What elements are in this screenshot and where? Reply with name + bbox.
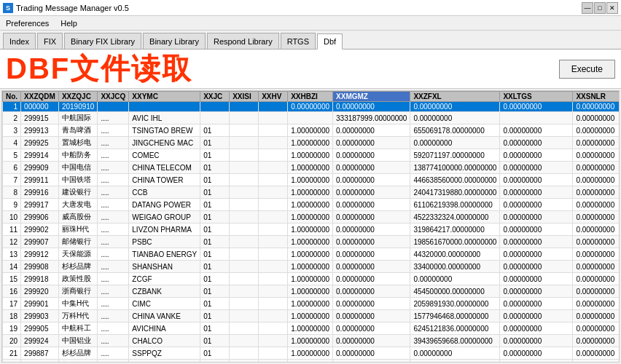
table-row[interactable]: 8299916建设银行....CCB011.000000000.00000000… <box>3 186 620 199</box>
minimize-button[interactable]: — <box>582 2 593 14</box>
table-row[interactable]: 18299903万科H代....CHINA VANKE011.000000000… <box>3 310 620 323</box>
table-row[interactable]: 17299901中集H代....CIMC011.000000000.000000… <box>3 298 620 310</box>
table-row[interactable]: 13299912天保能源....TIANBAO ENERGY011.000000… <box>3 248 620 261</box>
tab-respond-library[interactable]: Respond Library <box>207 33 279 49</box>
table-row[interactable]: 20299924中国铝业....CHALCO011.000000000.0000… <box>3 335 620 347</box>
col-xxltgs: XXLTGS <box>500 92 573 102</box>
close-button[interactable]: ✕ <box>606 2 618 14</box>
table-row[interactable]: 3299913青岛啤酒....TSINGTAO BREW011.00000000… <box>3 124 620 137</box>
table-row[interactable]: 10299906威高股份....WEIGAO GROUP011.00000000… <box>3 211 620 223</box>
app-icon: S <box>3 3 13 13</box>
data-table-container[interactable]: No. XXZQDM XXZQJC XXJCQ XXYMC XXJC XXISI… <box>1 90 620 363</box>
table-row[interactable]: 21299887杉杉品牌....SSPPQZ011.000000000.0000… <box>3 347 620 360</box>
col-xxjc: XXJC <box>200 92 230 102</box>
col-xxymc: XXYMC <box>129 92 200 102</box>
col-xxsnlr: XXSNLR <box>573 92 620 102</box>
menu-preferences[interactable]: Preferences <box>3 17 52 29</box>
tab-binary-fix-library[interactable]: Binary FIX Library <box>64 33 141 49</box>
table-row[interactable]: 15299918政策性股....ZCGF011.000000000.000000… <box>3 273 620 285</box>
col-xxmgmz: XXMGMZ <box>333 92 410 102</box>
col-xxzfxl: XXZFXL <box>410 92 500 102</box>
tab-index[interactable]: Index <box>3 33 36 49</box>
table-row[interactable]: 11299902丽珠H代....LIVZON PHARMA011.0000000… <box>3 223 620 236</box>
table-row[interactable]: 22299884邮储银行....YCYHQZ011.000000000.0000… <box>3 360 620 363</box>
table-row[interactable]: 19299905中航科工....AVICHINA011.000000000.00… <box>3 323 620 335</box>
col-xxisi: XXISI <box>230 92 259 102</box>
col-xxjcq: XXJCQ <box>98 92 129 102</box>
table-row[interactable]: 2299915中航国际....AVIC IHL333187999.0000000… <box>3 112 620 124</box>
table-row[interactable]: 14299908杉杉品牌....SHANSHAN011.000000000.00… <box>3 261 620 273</box>
col-no: No. <box>3 92 21 102</box>
tab-binary-library[interactable]: Binary Library <box>143 33 206 49</box>
data-table: No. XXZQDM XXZQJC XXJCQ XXYMC XXJC XXISI… <box>2 91 620 363</box>
page-title: DBF文件读取 <box>6 49 192 89</box>
table-row[interactable]: 9299917大唐发电....DATANG POWER011.000000000… <box>3 199 620 211</box>
table-row[interactable]: 4299925置城杉电....JINGCHENG MAC011.00000000… <box>3 137 620 149</box>
table-row[interactable]: 12299907邮储银行....PSBC011.000000000.000000… <box>3 236 620 248</box>
col-xxzqjc: XXZQJC <box>58 92 98 102</box>
tabs-area: Index FIX Binary FIX Library Binary Libr… <box>0 31 621 50</box>
table-row[interactable]: 6299909中国电信....CHINA TELECOM011.00000000… <box>3 162 620 174</box>
menu-bar: Preferences Help <box>0 16 621 31</box>
col-xxhv: XXHV <box>259 92 288 102</box>
window-title: Trading Message Manager v0.5 <box>16 4 129 12</box>
table-row[interactable]: 1000000201909100.000000000.000000000.000… <box>3 102 620 112</box>
maximize-button[interactable]: □ <box>594 2 606 14</box>
col-xxhbzi: XXHBZI <box>288 92 333 102</box>
tab-rtgs[interactable]: RTGS <box>281 33 316 49</box>
title-bar: S Trading Message Manager v0.5 — □ ✕ <box>0 0 621 16</box>
execute-button[interactable]: Execute <box>559 60 615 79</box>
header-section: DBF文件读取 Execute <box>0 50 621 89</box>
menu-help[interactable]: Help <box>58 17 80 29</box>
table-header-row: No. XXZQDM XXZQJC XXJCQ XXYMC XXJC XXISI… <box>3 92 620 102</box>
table-row[interactable]: 16299920浙商银行....CZBANK011.000000000.0000… <box>3 285 620 298</box>
table-row[interactable]: 7299911中国铁塔....CHINA TOWER011.000000000.… <box>3 174 620 186</box>
col-xxzqdm: XXZQDM <box>21 92 59 102</box>
tab-fix[interactable]: FIX <box>37 33 63 49</box>
tab-dbf[interactable]: Dbf <box>317 33 343 50</box>
table-row[interactable]: 5299914中船防务....COMEC011.000000000.000000… <box>3 149 620 162</box>
window-controls: — □ ✕ <box>582 2 618 14</box>
